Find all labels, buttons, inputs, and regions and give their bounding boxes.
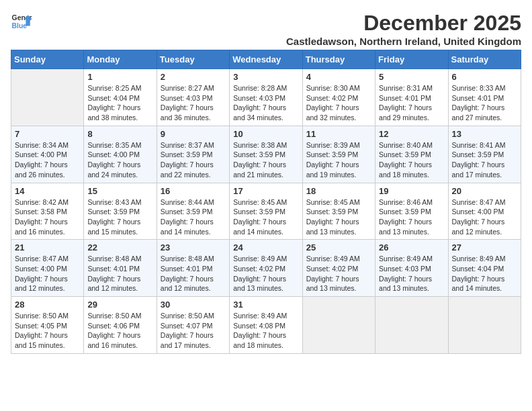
calendar-cell: 12Sunrise: 8:40 AMSunset: 3:59 PMDayligh… [375, 126, 448, 183]
day-number: 14 [15, 186, 80, 196]
calendar-table: SundayMondayTuesdayWednesdayThursdayFrid… [11, 50, 521, 354]
day-number: 5 [379, 72, 444, 82]
calendar-cell: 14Sunrise: 8:42 AMSunset: 3:58 PMDayligh… [11, 183, 84, 240]
weekday-header: Sunday [11, 50, 84, 69]
day-info: Sunrise: 8:47 AMSunset: 4:00 PMDaylight:… [452, 197, 517, 237]
day-number: 30 [161, 300, 226, 310]
day-info: Sunrise: 8:46 AMSunset: 3:59 PMDaylight:… [379, 197, 444, 237]
day-info: Sunrise: 8:38 AMSunset: 3:59 PMDaylight:… [233, 140, 298, 180]
calendar-cell: 22Sunrise: 8:48 AMSunset: 4:01 PMDayligh… [84, 240, 157, 297]
weekday-header: Friday [375, 50, 448, 69]
calendar-week-row: 7Sunrise: 8:34 AMSunset: 4:00 PMDaylight… [11, 126, 521, 183]
weekday-header: Tuesday [157, 50, 229, 69]
day-number: 23 [161, 242, 226, 253]
day-info: Sunrise: 8:50 AMSunset: 4:07 PMDaylight:… [161, 311, 226, 351]
day-info: Sunrise: 8:50 AMSunset: 4:06 PMDaylight:… [87, 311, 152, 351]
day-number: 19 [379, 186, 444, 196]
weekday-header-row: SundayMondayTuesdayWednesdayThursdayFrid… [11, 50, 521, 69]
day-info: Sunrise: 8:45 AMSunset: 3:59 PMDaylight:… [306, 197, 371, 237]
day-number: 12 [379, 129, 444, 139]
weekday-header: Saturday [448, 50, 521, 69]
calendar-cell: 21Sunrise: 8:47 AMSunset: 4:00 PMDayligh… [11, 240, 84, 297]
day-number: 6 [452, 72, 517, 82]
day-info: Sunrise: 8:45 AMSunset: 3:59 PMDaylight:… [233, 197, 298, 237]
day-number: 7 [15, 129, 80, 139]
calendar-cell [448, 297, 521, 354]
calendar-cell: 24Sunrise: 8:49 AMSunset: 4:02 PMDayligh… [230, 240, 302, 297]
calendar-week-row: 21Sunrise: 8:47 AMSunset: 4:00 PMDayligh… [11, 240, 521, 297]
day-info: Sunrise: 8:49 AMSunset: 4:02 PMDaylight:… [306, 254, 371, 293]
day-number: 9 [161, 129, 226, 139]
day-info: Sunrise: 8:34 AMSunset: 4:00 PMDaylight:… [15, 140, 80, 180]
day-number: 3 [233, 72, 298, 82]
day-info: Sunrise: 8:30 AMSunset: 4:02 PMDaylight:… [306, 83, 371, 123]
day-info: Sunrise: 8:37 AMSunset: 3:59 PMDaylight:… [161, 140, 226, 180]
weekday-header: Monday [84, 50, 157, 69]
weekday-header: Thursday [302, 50, 375, 69]
day-number: 13 [452, 129, 517, 139]
calendar-cell: 31Sunrise: 8:49 AMSunset: 4:08 PMDayligh… [230, 297, 302, 354]
calendar-cell: 4Sunrise: 8:30 AMSunset: 4:02 PMDaylight… [302, 69, 375, 126]
day-number: 24 [233, 242, 298, 253]
calendar-cell: 3Sunrise: 8:28 AMSunset: 4:03 PMDaylight… [230, 69, 302, 126]
calendar-cell: 8Sunrise: 8:35 AMSunset: 4:00 PMDaylight… [84, 126, 157, 183]
day-number: 2 [161, 72, 226, 82]
calendar-cell: 10Sunrise: 8:38 AMSunset: 3:59 PMDayligh… [230, 126, 302, 183]
day-number: 1 [87, 72, 152, 82]
day-number: 28 [15, 300, 80, 310]
day-info: Sunrise: 8:33 AMSunset: 4:01 PMDaylight:… [452, 83, 517, 123]
calendar-cell: 2Sunrise: 8:27 AMSunset: 4:03 PMDaylight… [157, 69, 229, 126]
calendar-cell [11, 69, 84, 126]
day-number: 26 [379, 242, 444, 253]
day-info: Sunrise: 8:31 AMSunset: 4:01 PMDaylight:… [379, 83, 444, 123]
day-number: 29 [87, 300, 152, 310]
day-number: 11 [306, 129, 371, 139]
day-number: 31 [233, 300, 298, 310]
day-info: Sunrise: 8:25 AMSunset: 4:04 PMDaylight:… [87, 83, 152, 123]
day-number: 10 [233, 129, 298, 139]
day-number: 16 [161, 186, 226, 196]
day-number: 27 [452, 242, 517, 253]
calendar-cell: 9Sunrise: 8:37 AMSunset: 3:59 PMDaylight… [157, 126, 229, 183]
day-info: Sunrise: 8:49 AMSunset: 4:08 PMDaylight:… [233, 311, 298, 351]
day-number: 25 [306, 242, 371, 253]
calendar-cell: 18Sunrise: 8:45 AMSunset: 3:59 PMDayligh… [302, 183, 375, 240]
day-info: Sunrise: 8:49 AMSunset: 4:04 PMDaylight:… [452, 254, 517, 293]
day-number: 8 [87, 129, 152, 139]
day-number: 18 [306, 186, 371, 196]
day-info: Sunrise: 8:43 AMSunset: 3:59 PMDaylight:… [87, 197, 152, 237]
calendar-cell: 1Sunrise: 8:25 AMSunset: 4:04 PMDaylight… [84, 69, 157, 126]
day-info: Sunrise: 8:49 AMSunset: 4:02 PMDaylight:… [233, 254, 298, 293]
day-info: Sunrise: 8:42 AMSunset: 3:58 PMDaylight:… [15, 197, 80, 237]
calendar-cell: 20Sunrise: 8:47 AMSunset: 4:00 PMDayligh… [448, 183, 521, 240]
day-info: Sunrise: 8:28 AMSunset: 4:03 PMDaylight:… [233, 83, 298, 123]
calendar-cell: 13Sunrise: 8:41 AMSunset: 3:59 PMDayligh… [448, 126, 521, 183]
calendar-cell: 28Sunrise: 8:50 AMSunset: 4:05 PMDayligh… [11, 297, 84, 354]
logo-icon: General Blue [11, 11, 32, 32]
calendar-cell: 16Sunrise: 8:44 AMSunset: 3:59 PMDayligh… [157, 183, 229, 240]
day-number: 17 [233, 186, 298, 196]
calendar-cell: 15Sunrise: 8:43 AMSunset: 3:59 PMDayligh… [84, 183, 157, 240]
calendar-week-row: 28Sunrise: 8:50 AMSunset: 4:05 PMDayligh… [11, 297, 521, 354]
day-number: 21 [15, 242, 80, 253]
weekday-header: Wednesday [230, 50, 302, 69]
day-number: 4 [306, 72, 371, 82]
calendar-cell: 11Sunrise: 8:39 AMSunset: 3:59 PMDayligh… [302, 126, 375, 183]
day-info: Sunrise: 8:50 AMSunset: 4:05 PMDaylight:… [15, 311, 80, 351]
calendar-cell: 26Sunrise: 8:49 AMSunset: 4:03 PMDayligh… [375, 240, 448, 297]
calendar-cell: 29Sunrise: 8:50 AMSunset: 4:06 PMDayligh… [84, 297, 157, 354]
title-block: December 2025 Castledawson, Northern Ire… [286, 11, 521, 47]
day-info: Sunrise: 8:35 AMSunset: 4:00 PMDaylight:… [87, 140, 152, 180]
location: Castledawson, Northern Ireland, United K… [286, 36, 521, 47]
day-info: Sunrise: 8:44 AMSunset: 3:59 PMDaylight:… [161, 197, 226, 237]
day-number: 15 [87, 186, 152, 196]
calendar-week-row: 14Sunrise: 8:42 AMSunset: 3:58 PMDayligh… [11, 183, 521, 240]
calendar-cell [302, 297, 375, 354]
day-info: Sunrise: 8:39 AMSunset: 3:59 PMDaylight:… [306, 140, 371, 180]
calendar-cell: 27Sunrise: 8:49 AMSunset: 4:04 PMDayligh… [448, 240, 521, 297]
calendar-cell: 17Sunrise: 8:45 AMSunset: 3:59 PMDayligh… [230, 183, 302, 240]
day-info: Sunrise: 8:48 AMSunset: 4:01 PMDaylight:… [87, 254, 152, 293]
calendar-cell: 7Sunrise: 8:34 AMSunset: 4:00 PMDaylight… [11, 126, 84, 183]
calendar-week-row: 1Sunrise: 8:25 AMSunset: 4:04 PMDaylight… [11, 69, 521, 126]
calendar-cell: 23Sunrise: 8:48 AMSunset: 4:01 PMDayligh… [157, 240, 229, 297]
